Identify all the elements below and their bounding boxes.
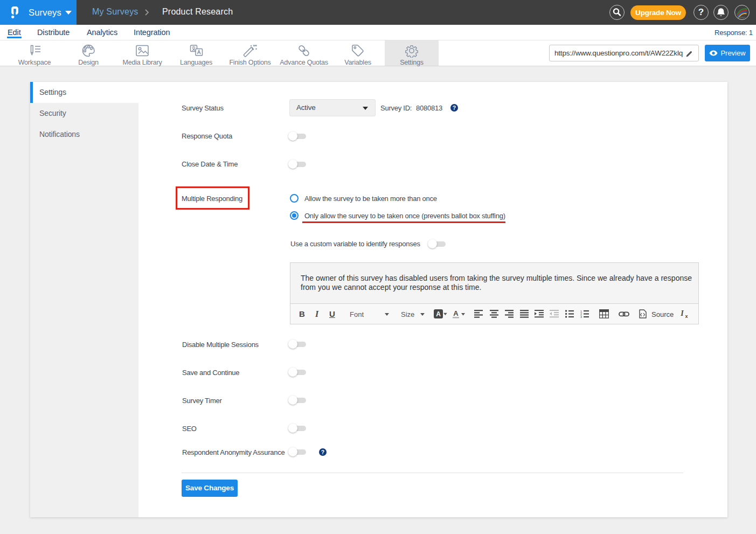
svg-text:I: I bbox=[680, 309, 684, 317]
svg-text:x: x bbox=[685, 314, 688, 318]
svg-text:A: A bbox=[453, 309, 459, 317]
svg-text:A: A bbox=[436, 310, 441, 318]
svg-text:3: 3 bbox=[580, 315, 582, 318]
